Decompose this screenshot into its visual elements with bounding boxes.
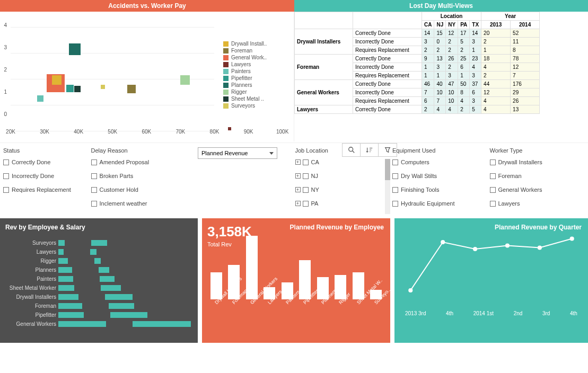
value-cell[interactable]: 4 [470, 63, 481, 72]
filter-item[interactable]: Amended Proposal [91, 159, 196, 165]
hbar[interactable] [58, 303, 82, 309]
hbar-row[interactable]: Painters [5, 274, 192, 283]
hbar-row[interactable]: Planners [5, 265, 192, 274]
filter-item[interactable]: +NY [295, 186, 391, 193]
hbar[interactable] [91, 240, 107, 246]
value-cell[interactable]: 3 [470, 38, 481, 46]
value-cell[interactable]: 20 [481, 29, 511, 38]
value-cell[interactable]: 2 [422, 46, 434, 55]
value-cell[interactable]: 78 [511, 55, 540, 63]
filter-item[interactable]: Hydraulic Equipment [392, 200, 488, 207]
filter-item[interactable]: +PA [295, 200, 391, 207]
bar-chart[interactable]: Drywall InstallersForemanGeneral Workers… [207, 254, 385, 323]
mark-sheetmetal[interactable] [74, 86, 81, 92]
measure-cell[interactable]: Incorrectly Done [353, 88, 422, 97]
hbar-row[interactable]: Sheet Metal Worker [5, 283, 192, 292]
value-cell[interactable]: 2 [458, 46, 470, 55]
value-cell[interactable]: 5 [458, 38, 470, 46]
col-head[interactable]: NY [446, 21, 458, 29]
col-head[interactable]: TX [470, 21, 481, 29]
role-cell[interactable]: General Workers [295, 80, 353, 105]
value-cell[interactable]: 12 [481, 88, 511, 97]
hbar[interactable] [58, 258, 68, 264]
hbar[interactable] [133, 321, 191, 327]
filter-item[interactable]: Drywall Installers [490, 159, 585, 165]
value-cell[interactable]: 2 [481, 38, 511, 46]
checkbox-icon[interactable] [392, 187, 398, 193]
hbar[interactable] [58, 294, 78, 300]
value-cell[interactable]: 50 [458, 80, 470, 88]
col-head[interactable]: 2014 [511, 21, 540, 29]
filter-item[interactable]: Incorrectly Done [3, 173, 89, 179]
value-cell[interactable]: 2 [446, 46, 458, 55]
filter-item[interactable]: Broken Parts [91, 173, 196, 179]
hbar[interactable] [100, 276, 115, 282]
line-chart[interactable]: 2013 3rd4th2014 1st2nd3rd4th [400, 230, 583, 320]
line-point[interactable] [473, 247, 477, 251]
role-cell[interactable]: Lawyers [295, 105, 353, 114]
value-cell[interactable]: 37 [470, 80, 481, 88]
measure-dropdown[interactable]: Planned Revenue [198, 147, 277, 159]
filter-item[interactable]: Lawyers [490, 200, 585, 207]
mark-drywall[interactable] [52, 75, 62, 85]
value-cell[interactable]: 7 [434, 97, 446, 105]
mark-foreman[interactable] [127, 85, 136, 93]
hbar-row[interactable]: Lawyers [5, 247, 192, 256]
col-head[interactable]: NJ [434, 21, 446, 29]
checkbox-icon[interactable] [3, 173, 9, 179]
checkbox-icon[interactable] [303, 173, 309, 179]
role-cell[interactable]: Foreman [295, 55, 353, 80]
value-cell[interactable]: 5 [470, 105, 481, 114]
role-cell[interactable]: Drywall Installers [295, 29, 353, 55]
hbar[interactable] [110, 312, 147, 318]
value-cell[interactable]: 4 [434, 105, 446, 114]
checkbox-icon[interactable] [303, 187, 309, 193]
vbar-wrap[interactable]: Drywall Installers [208, 272, 224, 323]
col-head[interactable]: CA [422, 21, 434, 29]
vbar[interactable] [246, 236, 258, 299]
value-cell[interactable]: 10 [434, 88, 446, 97]
measure-cell[interactable]: Correctly Done [353, 80, 422, 88]
value-cell[interactable]: 12 [446, 29, 458, 38]
value-cell[interactable]: 1 [422, 72, 434, 80]
checkbox-icon[interactable] [303, 201, 309, 207]
value-cell[interactable]: 1 [422, 63, 434, 72]
hbar[interactable] [58, 276, 73, 282]
mark-lawyers[interactable] [228, 127, 231, 130]
checkbox-icon[interactable] [91, 201, 97, 207]
value-cell[interactable]: 2 [458, 105, 470, 114]
value-cell[interactable]: 7 [422, 88, 434, 97]
hbar[interactable] [94, 258, 101, 264]
checkbox-icon[interactable] [392, 159, 398, 165]
vbar-wrap[interactable]: Surveyo.. [368, 290, 384, 323]
filter-item[interactable]: Finishing Tools [392, 186, 488, 193]
filter-item[interactable]: Dry Wall Stilts [392, 173, 488, 179]
value-cell[interactable]: 4 [481, 63, 511, 72]
hbar-row[interactable]: Foreman [5, 301, 192, 310]
value-cell[interactable]: 14 [470, 29, 481, 38]
value-cell[interactable]: 4 [481, 97, 511, 105]
checkbox-icon[interactable] [3, 187, 9, 193]
scrollbar[interactable] [385, 159, 390, 214]
value-cell[interactable]: 4 [481, 105, 511, 114]
line-point[interactable] [408, 288, 413, 292]
value-cell[interactable]: 26 [446, 55, 458, 63]
filter-item[interactable]: Inclement weather [91, 200, 196, 207]
hbar-row[interactable]: General Workers [5, 319, 192, 328]
filter-item[interactable]: General Workers [490, 186, 585, 193]
measure-cell[interactable]: Requires Replacement [353, 72, 422, 80]
col-head[interactable]: 2013 [481, 21, 511, 29]
filter-item[interactable]: Computers [392, 159, 488, 165]
multi-view-table[interactable]: Location Year CA NJ NY PA TX 2013 2014 D… [294, 12, 588, 143]
value-cell[interactable]: 3 [434, 63, 446, 72]
mark-rigger[interactable] [180, 75, 190, 85]
value-cell[interactable]: 1 [434, 72, 446, 80]
value-cell[interactable]: 1 [481, 46, 511, 55]
filter-item[interactable]: +CA [295, 159, 391, 165]
checkbox-icon[interactable] [392, 173, 398, 179]
mark-pipefitter[interactable] [66, 85, 74, 92]
value-cell[interactable]: 47 [446, 80, 458, 88]
checkbox-icon[interactable] [91, 173, 97, 179]
value-cell[interactable]: 17 [458, 29, 470, 38]
checkbox-icon[interactable] [490, 187, 496, 193]
